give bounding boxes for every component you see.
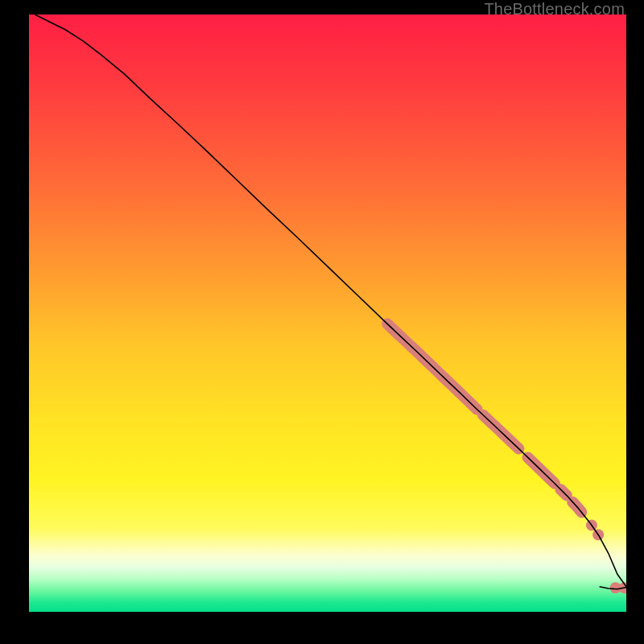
chart-stage: TheBottleneck.com (0, 0, 644, 644)
chart-overlay (29, 14, 626, 612)
plot-area (29, 14, 626, 612)
bottleneck-curve (35, 14, 626, 587)
marker-layer (387, 324, 626, 593)
